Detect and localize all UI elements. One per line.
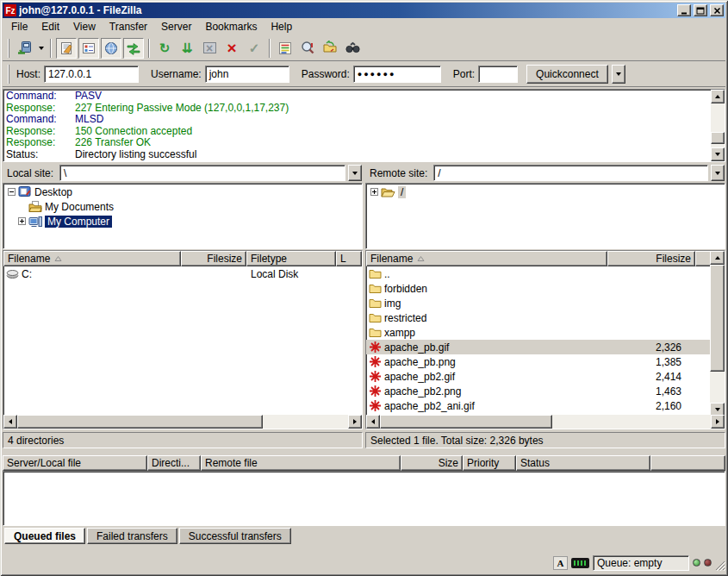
remote-horizontal-scrollbar[interactable] bbox=[366, 415, 725, 429]
remote-file-row[interactable]: restricted bbox=[366, 310, 712, 325]
toggle-local-tree-button[interactable] bbox=[78, 38, 99, 59]
toggle-message-log-button[interactable] bbox=[56, 38, 77, 59]
cancel-operation-button[interactable]: × bbox=[199, 38, 220, 59]
process-queue-button[interactable]: ⇊ bbox=[177, 38, 197, 59]
scroll-right-button[interactable] bbox=[348, 415, 362, 429]
column-header-filesize[interactable]: Filesize bbox=[607, 251, 695, 266]
tab-failed-transfers[interactable]: Failed transfers bbox=[87, 528, 177, 544]
remote-file-row[interactable]: forbidden bbox=[366, 281, 712, 296]
quickconnect-dropdown[interactable] bbox=[612, 65, 625, 84]
local-site-combo[interactable]: \ bbox=[59, 165, 345, 181]
scroll-up-button[interactable] bbox=[711, 90, 725, 103]
close-button[interactable] bbox=[710, 4, 724, 16]
menu-edit[interactable]: Edit bbox=[34, 19, 66, 34]
menubar: File Edit View Transfer Server Bookmarks… bbox=[3, 18, 725, 35]
resize-grip[interactable] bbox=[714, 560, 725, 573]
directory-comparison-button[interactable] bbox=[297, 38, 318, 59]
remote-file-row-selected[interactable]: apache_pb.gif 2,326 bbox=[366, 340, 712, 354]
expand-expander[interactable] bbox=[370, 188, 378, 196]
port-input[interactable] bbox=[478, 66, 518, 83]
scroll-thumb[interactable] bbox=[711, 132, 725, 144]
my-documents-icon bbox=[28, 200, 42, 214]
column-header-server-local-file[interactable]: Server/Local file bbox=[3, 455, 147, 471]
local-horizontal-scrollbar[interactable] bbox=[3, 415, 362, 429]
app-logo-icon: Fz bbox=[4, 4, 16, 16]
toolbar: ↻ ⇊ × × ✓ bbox=[3, 35, 725, 61]
remote-site-label: Remote site: bbox=[366, 167, 431, 179]
column-header-filetype[interactable]: Filetype bbox=[246, 251, 336, 266]
filters-button[interactable] bbox=[275, 38, 296, 59]
toolbar-separator bbox=[50, 39, 52, 58]
menu-view[interactable]: View bbox=[66, 19, 103, 34]
tree-item-my-computer[interactable]: My Computer bbox=[3, 214, 362, 229]
column-header-direction[interactable]: Directi... bbox=[147, 455, 201, 471]
username-input[interactable]: john bbox=[205, 66, 289, 83]
scroll-up-button[interactable] bbox=[710, 251, 725, 265]
disconnect-button[interactable]: × bbox=[221, 38, 242, 59]
column-header-lastmodified[interactable]: L bbox=[336, 251, 362, 266]
sort-ascending-icon bbox=[54, 255, 62, 262]
menu-file[interactable]: File bbox=[4, 19, 34, 34]
tree-item-root[interactable]: / bbox=[366, 185, 725, 199]
collapse-expander[interactable] bbox=[8, 188, 16, 196]
remote-site-combo-dropdown[interactable] bbox=[711, 165, 725, 181]
remote-tree-icon bbox=[103, 41, 119, 56]
remote-file-row[interactable]: img bbox=[366, 296, 712, 310]
remote-file-row[interactable]: apache_pb2.png 1,463 bbox=[366, 384, 712, 398]
speed-limits-icon[interactable] bbox=[571, 558, 589, 568]
column-header-priority[interactable]: Priority bbox=[463, 455, 516, 471]
arrow-right-icon bbox=[353, 419, 357, 424]
remote-vertical-scrollbar[interactable] bbox=[710, 251, 725, 416]
menu-help[interactable]: Help bbox=[264, 19, 299, 34]
tree-item-desktop[interactable]: Desktop bbox=[3, 185, 362, 199]
scroll-thumb[interactable] bbox=[710, 265, 725, 372]
queue-tabs: Queued files Failed transfers Successful… bbox=[3, 528, 291, 544]
synchronized-browsing-button[interactable] bbox=[320, 38, 340, 59]
host-input[interactable]: 127.0.0.1 bbox=[44, 66, 139, 83]
column-header-filename[interactable]: Filename bbox=[366, 251, 607, 266]
reconnect-button[interactable]: ✓ bbox=[244, 38, 264, 59]
site-manager-button[interactable] bbox=[14, 38, 34, 59]
remote-file-row[interactable]: .. bbox=[366, 266, 712, 281]
maximize-button[interactable] bbox=[694, 4, 707, 16]
minimize-button[interactable] bbox=[677, 4, 691, 16]
open-folder-icon bbox=[381, 185, 395, 199]
column-header-size[interactable]: Size bbox=[401, 455, 463, 471]
expand-expander[interactable] bbox=[18, 217, 26, 225]
desktop-icon bbox=[18, 185, 32, 199]
remote-file-row[interactable]: apache_pb.png 1,385 bbox=[366, 354, 712, 369]
remote-file-row[interactable]: xampp bbox=[366, 325, 712, 340]
quickconnect-button[interactable]: Quickconnect bbox=[526, 65, 608, 84]
column-header-filesize[interactable]: Filesize bbox=[181, 251, 246, 266]
toggle-transfer-queue-button[interactable] bbox=[123, 38, 144, 59]
remote-site-combo[interactable]: / bbox=[433, 165, 708, 181]
scroll-thumb[interactable] bbox=[380, 415, 552, 429]
tab-successful-transfers[interactable]: Successful transfers bbox=[179, 528, 291, 544]
column-header-remote-file[interactable]: Remote file bbox=[201, 455, 401, 471]
remote-file-row[interactable]: apache_pb2.gif 2,414 bbox=[366, 369, 712, 384]
scroll-down-button[interactable] bbox=[711, 147, 725, 161]
remote-file-row[interactable]: apache_pb2_ani.gif 2,160 bbox=[366, 398, 712, 413]
scroll-left-button[interactable] bbox=[366, 415, 380, 429]
password-input[interactable]: ●●●●●● bbox=[353, 66, 441, 83]
folder-icon bbox=[369, 311, 382, 324]
scroll-left-button[interactable] bbox=[3, 415, 17, 429]
data-type-indicator[interactable]: A bbox=[553, 556, 568, 570]
refresh-button[interactable]: ↻ bbox=[154, 38, 175, 59]
log-scrollbar[interactable] bbox=[711, 90, 725, 161]
local-site-combo-dropdown[interactable] bbox=[348, 165, 362, 181]
tab-queued-files[interactable]: Queued files bbox=[4, 528, 85, 544]
tree-item-my-documents[interactable]: My Documents bbox=[3, 199, 362, 214]
site-manager-dropdown[interactable] bbox=[35, 38, 47, 59]
menu-server[interactable]: Server bbox=[154, 19, 198, 34]
toggle-remote-tree-button[interactable] bbox=[101, 38, 121, 59]
scroll-right-button[interactable] bbox=[711, 415, 725, 429]
column-header-filename[interactable]: Filename bbox=[3, 251, 181, 266]
menu-transfer[interactable]: Transfer bbox=[103, 19, 154, 34]
scroll-thumb[interactable] bbox=[17, 415, 263, 429]
arrow-up-icon bbox=[715, 95, 720, 98]
column-header-status[interactable]: Status bbox=[516, 455, 650, 471]
find-files-button[interactable] bbox=[342, 38, 363, 59]
menu-bookmarks[interactable]: Bookmarks bbox=[198, 19, 264, 34]
local-file-row[interactable]: C: Local Disk bbox=[3, 266, 362, 281]
